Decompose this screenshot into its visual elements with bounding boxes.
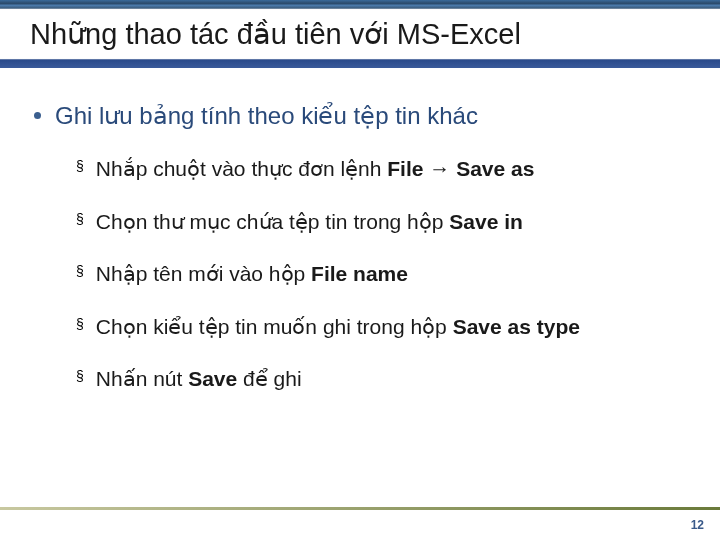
sub-list: § Nhắp chuột vào thực đơn lệnh File → Sa… xyxy=(76,153,690,396)
footer-divider xyxy=(0,507,720,510)
main-bullet-text: Ghi lưu bảng tính theo kiểu tệp tin khác xyxy=(55,100,478,131)
square-bullet-icon: § xyxy=(76,369,84,383)
square-bullet-icon: § xyxy=(76,159,84,173)
list-item: § Chọn thư mục chứa tệp tin trong hộp Sa… xyxy=(76,206,690,239)
slide-title: Những thao tác đầu tiên với MS-Excel xyxy=(30,17,521,51)
list-item: § Chọn kiểu tệp tin muốn ghi trong hộp S… xyxy=(76,311,690,344)
bullet-dot-icon xyxy=(34,112,41,119)
title-container: Những thao tác đầu tiên với MS-Excel xyxy=(30,14,690,54)
list-item-text: Chọn thư mục chứa tệp tin trong hộp Save… xyxy=(96,206,523,239)
square-bullet-icon: § xyxy=(76,212,84,226)
page-number: 12 xyxy=(691,518,704,532)
list-item: § Nhập tên mới vào hộp File name xyxy=(76,258,690,291)
list-item-text: Nhắp chuột vào thực đơn lệnh File → Save… xyxy=(96,153,535,186)
list-item: § Nhấn nút Save để ghi xyxy=(76,363,690,396)
content-area: Ghi lưu bảng tính theo kiểu tệp tin khác… xyxy=(34,100,690,416)
list-item: § Nhắp chuột vào thực đơn lệnh File → Sa… xyxy=(76,153,690,186)
square-bullet-icon: § xyxy=(76,264,84,278)
arrow-icon: → xyxy=(429,157,450,180)
list-item-text: Nhấn nút Save để ghi xyxy=(96,363,302,396)
list-item-text: Nhập tên mới vào hộp File name xyxy=(96,258,408,291)
list-item-text: Chọn kiểu tệp tin muốn ghi trong hộp Sav… xyxy=(96,311,580,344)
square-bullet-icon: § xyxy=(76,317,84,331)
main-bullet-row: Ghi lưu bảng tính theo kiểu tệp tin khác xyxy=(34,100,690,131)
